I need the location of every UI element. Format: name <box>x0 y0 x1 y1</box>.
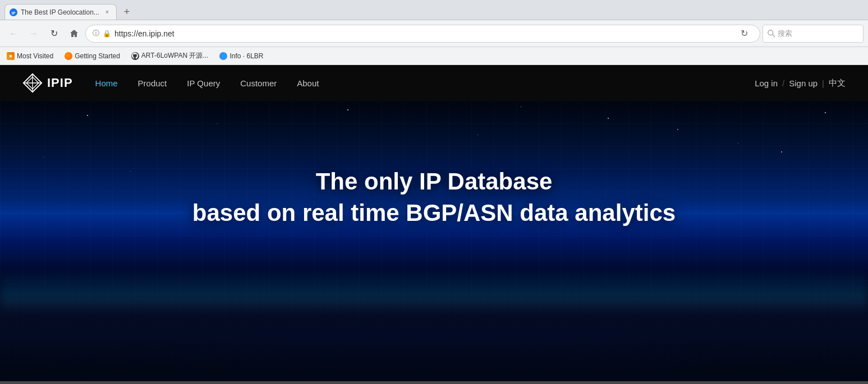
nav-product[interactable]: Product <box>138 78 167 88</box>
bookmark-star-icon: ★ <box>7 52 15 60</box>
active-tab[interactable]: IP The Best IP Geolocation... × <box>4 4 117 20</box>
bookmark-label: Getting Started <box>75 52 120 60</box>
address-bar[interactable]: ⓘ 🔒 https://en.ipip.net ↻ <box>85 25 760 43</box>
bookmark-label: Most Visited <box>17 52 53 60</box>
tab-title: The Best IP Geolocation... <box>21 8 99 16</box>
bookmark-label: Info · 6LBR <box>229 52 263 60</box>
hero-title-line1: The only IP Database <box>192 168 676 195</box>
site-nav: IPIP Home Product IP Query Customer Abou… <box>0 65 868 101</box>
nav-bar: ← → ↻ ⓘ 🔒 https://en.ipip.net ↻ 搜索 <box>0 20 868 47</box>
bookmark-github-icon <box>131 52 139 60</box>
nav-divider: / <box>782 78 784 88</box>
home-button[interactable] <box>65 25 83 43</box>
refresh-button[interactable]: ↻ <box>45 25 63 43</box>
info-icon: ⓘ <box>93 29 99 38</box>
nav-signup[interactable]: Sign up <box>789 78 818 88</box>
bookmark-label: ART-6LoWPAN 开源... <box>141 51 209 61</box>
hero-title-line2: based on real time BGP/ASN data analytic… <box>192 200 676 226</box>
search-placeholder: 搜索 <box>778 29 792 39</box>
tab-bar: IP The Best IP Geolocation... × + <box>4 0 135 20</box>
bookmark-getting-started[interactable]: Getting Started <box>62 51 122 61</box>
svg-point-2 <box>768 30 773 35</box>
browser-frame: IP The Best IP Geolocation... × + ← → ↻ … <box>0 0 868 384</box>
nav-about[interactable]: About <box>297 78 319 88</box>
nav-home[interactable]: Home <box>95 78 118 88</box>
website-content: IPIP Home Product IP Query Customer Abou… <box>0 65 868 384</box>
address-refresh-icon: ↻ <box>735 25 753 43</box>
svg-line-3 <box>773 34 775 36</box>
nav-lang[interactable]: 中文 <box>829 78 846 89</box>
title-bar: IP The Best IP Geolocation... × + <box>0 0 868 20</box>
url-text: https://en.ipip.net <box>114 29 732 38</box>
hero-section: The only IP Database based on real time … <box>0 101 868 381</box>
nav-customer[interactable]: Customer <box>240 78 277 88</box>
bookmarks-bar: ★ Most Visited Getting Started ART-6LoWP… <box>0 47 868 65</box>
site-logo[interactable]: IPIP <box>22 73 73 93</box>
bookmark-info-6lbr[interactable]: 🌐 Info · 6LBR <box>217 51 265 61</box>
nav-ip-query[interactable]: IP Query <box>187 78 220 88</box>
forward-button[interactable]: → <box>25 25 43 43</box>
bookmark-firefox-icon <box>65 52 72 60</box>
info-bar: IP ███████████.26 Location United Kingdo… <box>0 381 868 384</box>
nav-divider2: | <box>822 78 824 88</box>
site-nav-links: Home Product IP Query Customer About <box>95 78 755 88</box>
bookmark-most-visited[interactable]: ★ Most Visited <box>4 51 56 61</box>
lock-icon: 🔒 <box>103 30 111 38</box>
search-box[interactable]: 搜索 <box>763 25 864 43</box>
site-nav-right: Log in / Sign up | 中文 <box>755 78 846 89</box>
tab-close-button[interactable]: × <box>103 8 112 17</box>
logo-text: IPIP <box>47 76 73 90</box>
tab-favicon: IP <box>10 8 17 16</box>
back-button[interactable]: ← <box>4 25 22 43</box>
nav-login[interactable]: Log in <box>755 78 778 88</box>
new-tab-button[interactable]: + <box>119 4 135 20</box>
svg-text:IP: IP <box>12 11 16 15</box>
logo-icon <box>22 73 43 93</box>
hero-earth-surface <box>0 269 868 381</box>
bookmark-art-6lowpan[interactable]: ART-6LoWPAN 开源... <box>129 50 211 62</box>
hero-text: The only IP Database based on real time … <box>192 168 676 226</box>
bookmark-globe-icon: 🌐 <box>219 52 227 60</box>
